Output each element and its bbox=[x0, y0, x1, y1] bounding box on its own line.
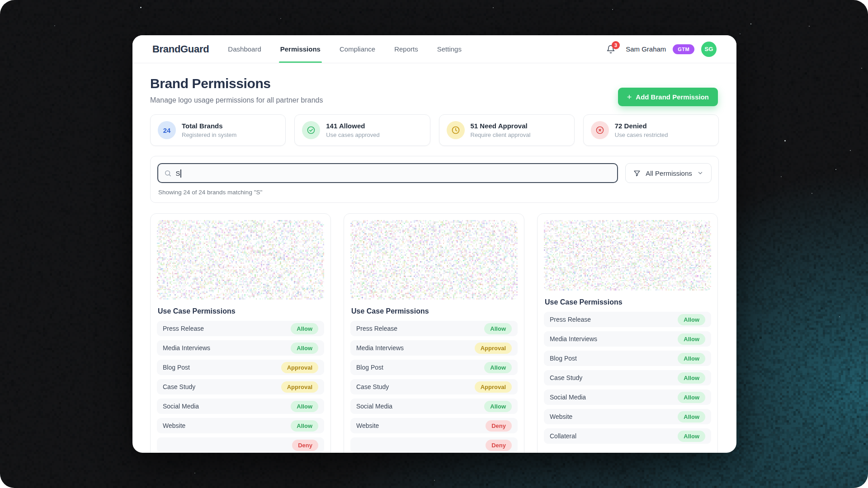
permission-label: Press Release bbox=[550, 316, 591, 323]
use-case-permissions-title: Use Case Permissions bbox=[351, 307, 517, 315]
permission-row: Case StudyApproval bbox=[157, 379, 324, 394]
notifications-button[interactable]: 3 bbox=[606, 45, 615, 54]
status-badge[interactable]: Allow bbox=[291, 323, 318, 334]
stat-count-circle: 24 bbox=[158, 121, 176, 139]
star-dot bbox=[612, 9, 613, 10]
clock-icon bbox=[447, 121, 465, 139]
filter-label: All Permissions bbox=[646, 169, 692, 177]
stat-title: 141 Allowed bbox=[326, 122, 380, 130]
search-box[interactable] bbox=[157, 163, 618, 183]
status-badge[interactable]: Allow bbox=[678, 411, 705, 422]
permission-row: Blog PostApproval bbox=[157, 360, 324, 375]
permission-row: Deny bbox=[350, 437, 518, 453]
star-dot bbox=[781, 176, 782, 177]
permission-label: Blog Post bbox=[163, 364, 190, 371]
permission-label: Website bbox=[550, 413, 572, 420]
status-badge[interactable]: Deny bbox=[486, 440, 512, 451]
nav-tab-permissions[interactable]: Permissions bbox=[280, 35, 321, 63]
status-badge[interactable]: Allow bbox=[484, 401, 512, 412]
stat-subtitle: Registered in system bbox=[182, 131, 236, 138]
brand-card: Use Case PermissionsPress ReleaseAllowMe… bbox=[344, 213, 524, 453]
status-badge[interactable]: Approval bbox=[281, 381, 318, 393]
status-badge[interactable]: Approval bbox=[281, 362, 318, 373]
search-input[interactable] bbox=[176, 169, 611, 177]
use-case-permissions-title: Use Case Permissions bbox=[158, 307, 323, 315]
status-badge[interactable]: Allow bbox=[484, 323, 512, 334]
star-dot bbox=[835, 169, 836, 170]
add-brand-permission-button[interactable]: + Add Brand Permission bbox=[618, 88, 718, 106]
star-dot bbox=[54, 25, 55, 26]
star-dot bbox=[140, 7, 142, 8]
status-badge[interactable]: Allow bbox=[291, 420, 318, 432]
team-badge[interactable]: GTM bbox=[673, 44, 694, 54]
search-panel: All Permissions Showing 24 of 24 brands … bbox=[150, 156, 719, 203]
status-badge[interactable]: Approval bbox=[475, 381, 512, 393]
notification-count-badge: 3 bbox=[612, 41, 620, 49]
permission-label: Blog Post bbox=[550, 355, 577, 362]
brand-logo-image bbox=[350, 220, 518, 300]
brand-card: Use Case PermissionsPress ReleaseAllowMe… bbox=[537, 213, 718, 453]
stat-card-72-denied: 72 DeniedUse cases restricted bbox=[583, 114, 719, 146]
permission-row: Social MediaAllow bbox=[157, 399, 324, 414]
status-badge[interactable]: Allow bbox=[678, 372, 705, 384]
permission-row: Social MediaAllow bbox=[350, 399, 518, 414]
page-content: Brand Permissions Manage logo usage perm… bbox=[132, 76, 736, 453]
results-count-text: Showing 24 of 24 brands matching "S" bbox=[157, 189, 712, 196]
nav-tab-dashboard[interactable]: Dashboard bbox=[228, 35, 261, 63]
stat-title: Total Brands bbox=[182, 122, 236, 130]
permission-row: Case StudyApproval bbox=[350, 379, 518, 394]
stat-subtitle: Use cases restricted bbox=[615, 131, 668, 138]
star-dot bbox=[493, 7, 494, 8]
permission-row: WebsiteAllow bbox=[544, 409, 711, 424]
status-badge[interactable]: Allow bbox=[678, 333, 705, 345]
status-badge[interactable]: Allow bbox=[678, 314, 705, 325]
permission-row: WebsiteDeny bbox=[350, 418, 518, 433]
permission-row: Deny bbox=[157, 437, 324, 453]
avatar[interactable]: SG bbox=[701, 42, 717, 57]
permission-label: Website bbox=[163, 422, 185, 429]
star-dot bbox=[194, 473, 195, 474]
nav-tab-compliance[interactable]: Compliance bbox=[340, 35, 375, 63]
brand-card: Use Case PermissionsPress ReleaseAllowMe… bbox=[150, 213, 331, 453]
app-logo: BrandGuard bbox=[152, 43, 209, 55]
status-badge[interactable]: Deny bbox=[486, 420, 512, 432]
permission-row: Blog PostAllow bbox=[544, 351, 711, 366]
status-badge[interactable]: Approval bbox=[475, 343, 512, 354]
status-badge[interactable]: Allow bbox=[678, 353, 705, 364]
star-dot bbox=[850, 150, 851, 151]
permission-label: Collateral bbox=[550, 432, 576, 440]
permission-row: WebsiteAllow bbox=[157, 418, 324, 433]
status-badge[interactable]: Allow bbox=[484, 362, 512, 373]
permission-row: Press ReleaseAllow bbox=[350, 321, 518, 336]
stat-card-total-brands: 24Total BrandsRegistered in system bbox=[150, 114, 286, 146]
permission-label: Case Study bbox=[356, 383, 389, 390]
status-badge[interactable]: Allow bbox=[678, 392, 705, 403]
permission-row: CollateralAllow bbox=[544, 428, 711, 444]
star-dot bbox=[811, 193, 812, 194]
plus-icon: + bbox=[627, 93, 632, 101]
main-nav: DashboardPermissionsComplianceReportsSet… bbox=[228, 35, 462, 63]
brand-logo-image bbox=[157, 220, 324, 300]
add-brand-permission-label: Add Brand Permission bbox=[636, 93, 709, 101]
permission-row: Media InterviewsAllow bbox=[157, 340, 324, 356]
permissions-filter-dropdown[interactable]: All Permissions bbox=[625, 163, 712, 183]
status-badge[interactable]: Deny bbox=[292, 440, 318, 451]
permission-label: Social Media bbox=[550, 394, 586, 401]
search-icon bbox=[164, 169, 172, 177]
nav-tab-settings[interactable]: Settings bbox=[437, 35, 462, 63]
header-right: 3 Sam Graham GTM SG bbox=[606, 42, 717, 57]
nav-tab-reports[interactable]: Reports bbox=[394, 35, 418, 63]
permission-label: Case Study bbox=[550, 374, 582, 381]
permission-label: Press Release bbox=[356, 325, 397, 332]
status-badge[interactable]: Allow bbox=[291, 401, 318, 412]
text-cursor bbox=[180, 169, 181, 178]
star-dot bbox=[839, 316, 840, 317]
star-dot bbox=[750, 23, 751, 24]
permission-row: Media InterviewsAllow bbox=[544, 331, 711, 347]
brand-cards-grid: Use Case PermissionsPress ReleaseAllowMe… bbox=[150, 213, 719, 453]
status-badge[interactable]: Allow bbox=[678, 431, 705, 442]
star-dot bbox=[740, 33, 741, 34]
permission-row: Press ReleaseAllow bbox=[544, 312, 711, 327]
status-badge[interactable]: Allow bbox=[291, 343, 318, 354]
stat-subtitle: Require client approval bbox=[471, 131, 531, 138]
